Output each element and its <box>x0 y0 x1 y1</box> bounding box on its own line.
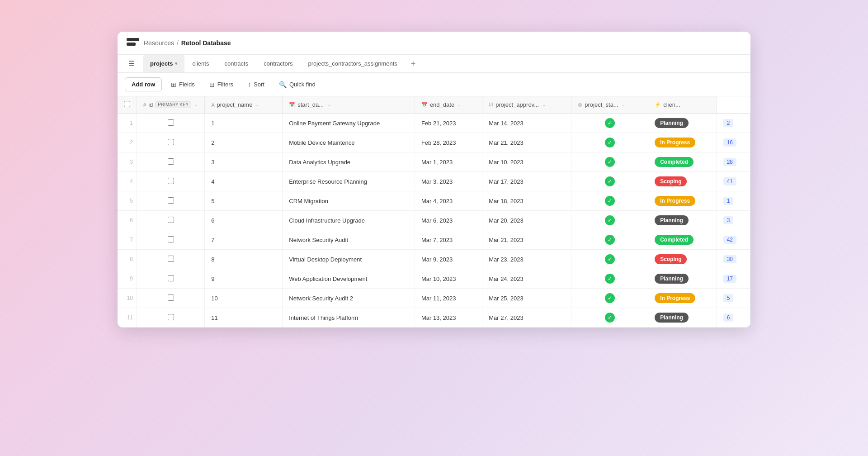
tab-projects[interactable]: projects ▾ <box>143 55 184 72</box>
client-cell: 41 <box>717 172 750 191</box>
table-row[interactable]: 6 6 Cloud Infrastructure Upgrade Mar 6, … <box>118 211 750 230</box>
hamburger-menu[interactable]: ☰ <box>125 56 138 71</box>
approval-check-icon: ✓ <box>605 138 615 147</box>
row-checkbox[interactable] <box>168 314 174 320</box>
tab-clients[interactable]: clients <box>185 55 217 72</box>
approval-cell: ✓ <box>571 191 648 211</box>
tab-projects-label: projects <box>150 60 173 67</box>
client-col-icon: ⚡ <box>655 102 661 108</box>
client-cell: 2 <box>717 114 750 133</box>
row-checkbox[interactable] <box>168 294 174 301</box>
status-cell: Completed <box>648 152 717 172</box>
project-name-cell: Web Application Development <box>283 269 415 289</box>
id-cell: 11 <box>205 308 283 328</box>
start-date-cell: Mar 3, 2023 <box>415 172 482 191</box>
sort-arrow-icon-3: ⌄ <box>327 102 330 107</box>
table-row[interactable]: 2 2 Mobile Device Maintence Feb 28, 2023… <box>118 133 750 152</box>
row-checkbox-cell <box>137 230 205 250</box>
col-header-id[interactable]: # id PRIMARY KEY ⌄ <box>137 96 205 114</box>
row-checkbox-cell <box>137 152 205 172</box>
sort-button[interactable]: ↑ Sort <box>242 78 270 91</box>
id-cell: 10 <box>205 289 283 308</box>
row-checkbox[interactable] <box>168 139 174 145</box>
table-row[interactable]: 8 8 Virtual Desktop Deployment Mar 9, 20… <box>118 250 750 269</box>
start-date-cell: Mar 13, 2023 <box>415 308 482 328</box>
start-date-cell: Mar 6, 2023 <box>415 211 482 230</box>
row-checkbox-cell <box>137 133 205 152</box>
approval-col-label: project_approv... <box>495 101 539 108</box>
col-header-start-date[interactable]: 📅 start_da... ⌄ <box>283 96 415 114</box>
start-date-cell: Mar 7, 2023 <box>415 230 482 250</box>
row-checkbox-cell <box>137 250 205 269</box>
tab-projects-contractors[interactable]: projects_contractors_assignments <box>301 55 405 72</box>
row-checkbox[interactable] <box>168 236 174 242</box>
client-number: 5 <box>723 294 734 302</box>
project-name-cell: Enterprise Resource Planning <box>283 172 415 191</box>
approval-check-icon: ✓ <box>605 313 615 323</box>
sort-arrow-icon-5: ⌄ <box>542 102 546 107</box>
client-cell: 42 <box>717 230 750 250</box>
row-checkbox-cell <box>137 114 205 133</box>
status-col-icon: ◎ <box>578 102 582 108</box>
col-header-status[interactable]: ◎ project_sta... ⌄ <box>571 96 648 114</box>
start-date-cell: Mar 11, 2023 <box>415 289 482 308</box>
row-checkbox[interactable] <box>168 178 174 184</box>
row-checkbox[interactable] <box>168 275 174 281</box>
breadcrumb-current: Retool Database <box>181 39 231 47</box>
tab-contractors[interactable]: contractors <box>256 55 300 72</box>
project-name-cell: Data Analytics Upgrade <box>283 152 415 172</box>
col-header-project-name[interactable]: A project_name ⌄ <box>205 96 283 114</box>
tab-contracts[interactable]: contracts <box>217 55 255 72</box>
col-header-approval[interactable]: ☑ project_approv... ⌄ <box>482 96 571 114</box>
end-date-cell: Mar 24, 2023 <box>482 269 571 289</box>
col-header-end-date[interactable]: 📅 end_date ⌄ <box>415 96 482 114</box>
row-number: 6 <box>118 211 137 230</box>
end-date-cell: Mar 27, 2023 <box>482 308 571 328</box>
end-date-cell: Mar 25, 2023 <box>482 289 571 308</box>
row-checkbox[interactable] <box>168 119 174 126</box>
table-row[interactable]: 7 7 Network Security Audit Mar 7, 2023 M… <box>118 230 750 250</box>
client-number: 28 <box>723 158 736 166</box>
breadcrumb-parent[interactable]: Resources <box>144 39 174 47</box>
table-row[interactable]: 9 9 Web Application Development Mar 10, … <box>118 269 750 289</box>
add-tab-button[interactable]: + <box>406 56 421 71</box>
row-checkbox[interactable] <box>168 197 174 204</box>
id-cell: 9 <box>205 269 283 289</box>
status-cell: In Progress <box>648 133 717 152</box>
col-header-client[interactable]: ⚡ clien... <box>648 96 717 114</box>
table-row[interactable]: 11 11 Internet of Things Platform Mar 13… <box>118 308 750 328</box>
approval-check-icon: ✓ <box>605 196 615 206</box>
id-cell: 5 <box>205 191 283 211</box>
status-badge: Planning <box>655 313 689 323</box>
approval-cell: ✓ <box>571 152 648 172</box>
app-window: Resources / Retool Database ☰ projects ▾… <box>118 32 750 328</box>
row-checkbox[interactable] <box>168 256 174 262</box>
id-col-icon: # <box>143 102 146 108</box>
status-cell: Planning <box>648 211 717 230</box>
table-row[interactable]: 3 3 Data Analytics Upgrade Mar 1, 2023 M… <box>118 152 750 172</box>
primary-key-badge: PRIMARY KEY <box>155 101 191 108</box>
row-checkbox[interactable] <box>168 158 174 165</box>
status-col-label: project_sta... <box>585 101 618 108</box>
select-all-checkbox[interactable] <box>124 101 130 107</box>
table-row[interactable]: 4 4 Enterprise Resource Planning Mar 3, … <box>118 172 750 191</box>
table-row[interactable]: 5 5 CRM Migration Mar 4, 2023 Mar 18, 20… <box>118 191 750 211</box>
table-row[interactable]: 10 10 Network Security Audit 2 Mar 11, 2… <box>118 289 750 308</box>
project-name-col-icon: A <box>211 102 214 108</box>
table-row[interactable]: 1 1 Online Payment Gateway Upgrade Feb 2… <box>118 114 750 133</box>
fields-icon: ⊞ <box>171 81 176 88</box>
quick-find-button[interactable]: 🔍 Quick find <box>274 78 321 91</box>
row-checkbox-cell <box>137 172 205 191</box>
fields-button[interactable]: ⊞ Fields <box>165 78 200 91</box>
row-checkbox[interactable] <box>168 217 174 223</box>
start-date-col-icon: 📅 <box>289 102 295 108</box>
status-cell: Completed <box>648 230 717 250</box>
add-row-button[interactable]: Add row <box>125 77 162 91</box>
status-cell: Scoping <box>648 172 717 191</box>
client-number: 1 <box>723 197 734 205</box>
filters-button[interactable]: ⊟ Filters <box>204 78 239 91</box>
id-cell: 1 <box>205 114 283 133</box>
row-number: 8 <box>118 250 137 269</box>
client-number: 3 <box>723 216 734 224</box>
sort-arrow-icon: ⌄ <box>194 102 198 107</box>
